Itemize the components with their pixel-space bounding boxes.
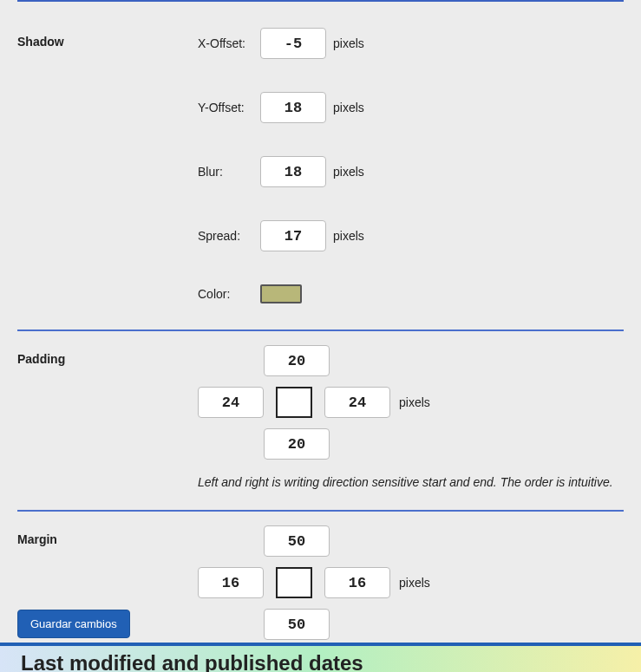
blur-input[interactable] <box>260 156 326 187</box>
spread-unit: pixels <box>333 229 364 243</box>
spread-input[interactable] <box>260 220 326 251</box>
shadow-y-offset-row: Y-Offset: pixels <box>198 92 624 123</box>
shadow-label: Shadow <box>17 28 198 303</box>
footer-heading: Last modified and published dates <box>21 651 363 672</box>
section-padding: Padding pixels Left and right is writing… <box>17 331 624 510</box>
x-offset-input[interactable] <box>260 28 326 59</box>
margin-center-box <box>276 567 312 598</box>
spread-label: Spread: <box>198 229 260 243</box>
padding-center-box <box>276 387 312 418</box>
x-offset-unit: pixels <box>333 36 364 50</box>
y-offset-unit: pixels <box>333 101 364 114</box>
footer-gradient-band: Last modified and published dates <box>0 643 641 672</box>
blur-unit: pixels <box>333 165 364 179</box>
color-label: Color: <box>198 287 260 301</box>
padding-hint: Left and right is writing direction sens… <box>198 475 624 489</box>
shadow-x-offset-row: X-Offset: pixels <box>198 28 624 59</box>
padding-right-input[interactable] <box>324 387 390 418</box>
margin-top-input[interactable] <box>264 525 330 557</box>
padding-unit: pixels <box>399 395 430 409</box>
padding-top-input[interactable] <box>264 345 330 376</box>
margin-bottom-input[interactable] <box>264 609 330 640</box>
save-button[interactable]: Guardar cambios <box>17 610 130 638</box>
shadow-color-row: Color: <box>198 284 624 303</box>
section-shadow: Shadow X-Offset: pixels Y-Offset: pixels… <box>17 2 624 329</box>
color-picker[interactable] <box>260 284 302 303</box>
padding-bottom-input[interactable] <box>264 428 330 460</box>
section-margin: Margin pixels <box>17 512 624 661</box>
y-offset-label: Y-Offset: <box>198 101 260 114</box>
margin-unit: pixels <box>399 576 430 590</box>
shadow-spread-row: Spread: pixels <box>198 220 624 251</box>
padding-left-input[interactable] <box>198 387 264 418</box>
shadow-blur-row: Blur: pixels <box>198 156 624 187</box>
margin-right-input[interactable] <box>324 567 390 598</box>
x-offset-label: X-Offset: <box>198 36 260 50</box>
padding-label: Padding <box>17 345 198 489</box>
y-offset-input[interactable] <box>260 92 326 123</box>
blur-label: Blur: <box>198 165 260 179</box>
margin-left-input[interactable] <box>198 567 264 598</box>
